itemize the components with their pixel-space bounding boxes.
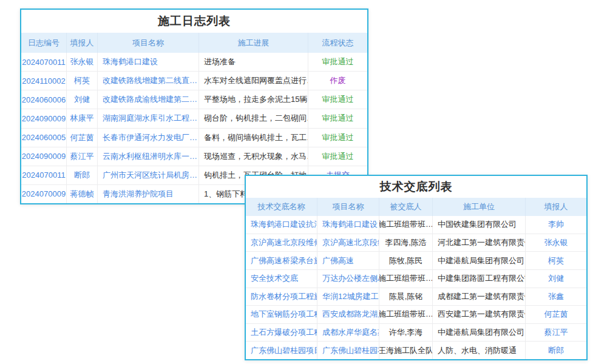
disclosure-company-text: 河北建工第一建筑有限责任公司 — [433, 234, 526, 252]
disclosure-name-link[interactable]: 珠海鹤港口建设抗浮… — [246, 216, 317, 234]
disclosure-name-link[interactable]: 地下室钢筋分项工程… — [246, 306, 317, 323]
log-project-link[interactable]: 广州市天河区统计局机房… — [98, 166, 199, 184]
table-row: 防水卷材分项工程施… 华润12城房建工… 陈晨,陈铭 成都建工第一建筑有限责任公… — [246, 288, 586, 306]
log-col-header-id: 日志编号 — [21, 33, 67, 53]
status-badge: 审批通过 — [308, 109, 367, 127]
disclosure-reporter-link[interactable]: 张鑫 — [526, 288, 586, 306]
log-reporter-link[interactable]: 断郎 — [67, 166, 98, 184]
log-col-header-reporter: 填报人 — [67, 33, 98, 53]
disclosure-project-link[interactable]: 西安成都路龙湖上… — [317, 306, 379, 323]
table-row: 2024070011 张永银 珠海鹤港口建设 进场准备 审批通过 — [21, 53, 367, 71]
disclosure-name-link[interactable]: 广佛高速桥梁承台施… — [246, 252, 317, 269]
table-row: 2024090009 蔡江平 云南水利枢纽潜明水库一… 现场巡查，无积水现象，水… — [21, 147, 367, 166]
log-progress-text: 现场巡查，无积水现象，水马… — [199, 147, 308, 166]
log-project-link[interactable]: 改建铁路线增建第二线直… — [98, 72, 199, 90]
log-progress-text: 砌台阶，钩机排土，二包砌间… — [199, 109, 308, 127]
log-progress-text: 平整场地，拉走多余泥土15辆… — [199, 90, 308, 109]
log-id-link[interactable]: 2024060005 — [21, 129, 67, 147]
log-reporter-link[interactable]: 刘健 — [67, 90, 98, 109]
disclosure-company-text: 人防、水电、消防暖通 — [433, 342, 526, 359]
log-project-link[interactable]: 湖南洞庭湖水库引水工程… — [98, 109, 199, 127]
log-col-header-project: 项目名称 — [98, 33, 199, 53]
disclosure-receiver-text: 许华,李海 — [379, 324, 433, 342]
log-progress-text: 备料，砌间墙钩机排土，瓦工… — [199, 129, 308, 147]
disclosure-company-text: 中建集团路面工程有限公司 — [433, 270, 526, 288]
table-row: 2024060006 刘健 改建铁路成渝线增建第二… 平整场地，拉走多余泥土15… — [21, 90, 367, 109]
status-badge: 审批通过 — [308, 129, 367, 147]
status-badge: 审批通过 — [308, 90, 367, 109]
disclosure-reporter-link[interactable]: 何芷茵 — [526, 306, 586, 323]
disclosure-name-link[interactable]: 京沪高速北京段维修… — [246, 234, 317, 252]
disclosure-col-header-name: 技术交底名称 — [246, 198, 317, 216]
disclosure-name-link[interactable]: 广东佛山碧桂园项目… — [246, 342, 317, 359]
disclosure-col-header-reporter: 填报人 — [526, 198, 586, 216]
log-progress-text: 水车对全线遮阳网覆盖点进行… — [199, 72, 308, 90]
log-id-link[interactable]: 2024070011 — [21, 53, 67, 71]
status-badge: 审批通过 — [308, 53, 367, 71]
disclosure-col-header-company: 施工单位 — [433, 198, 526, 216]
disclosure-reporter-link[interactable]: 断郎 — [526, 342, 586, 359]
log-id-link[interactable]: 2024090009 — [21, 109, 67, 127]
disclosure-receiver-text: 施工班组带班… — [379, 216, 433, 234]
disclosure-project-link[interactable]: 万达办公楼左侧A… — [317, 270, 379, 288]
log-col-header-progress: 施工进展 — [199, 33, 308, 53]
disclosure-table-header: 技术交底名称 项目名称 被交底人 施工单位 填报人 — [246, 198, 586, 216]
disclosure-table-body: 珠海鹤港口建设抗浮… 珠海鹤港口建设 施工班组带班… 中国铁建集团有限公司 李帅… — [246, 216, 586, 359]
disclosure-project-link[interactable]: 华润12城房建工… — [317, 288, 379, 306]
table-row: 珠海鹤港口建设抗浮… 珠海鹤港口建设 施工班组带班… 中国铁建集团有限公司 李帅 — [246, 216, 586, 234]
log-col-header-status: 流程状态 — [308, 33, 367, 53]
log-table-header: 日志编号 填报人 项目名称 施工进展 流程状态 — [21, 33, 367, 53]
disclosure-reporter-link[interactable]: 李帅 — [526, 216, 586, 234]
disclosure-reporter-link[interactable]: 刘健 — [526, 270, 586, 288]
log-reporter-link[interactable]: 何芷茵 — [67, 129, 98, 147]
technical-disclosure-title: 技术交底列表 — [246, 176, 586, 198]
log-id-link[interactable]: 2024060006 — [21, 90, 67, 109]
disclosure-receiver-text: 陈牧,陈民 — [379, 252, 433, 269]
table-row: 京沪高速北京段维修… 京沪高速北京段维修 李四海,陈浩 河北建工第一建筑有限责任… — [246, 234, 586, 252]
status-badge: 审批通过 — [308, 147, 367, 166]
log-reporter-link[interactable]: 林康平 — [67, 109, 98, 127]
log-project-link[interactable]: 长春市伊通河水力发电厂… — [98, 129, 199, 147]
table-row: 2024110002 柯英 改建铁路线增建第二线直… 水车对全线遮阳网覆盖点进行… — [21, 71, 367, 90]
log-project-link[interactable]: 云南水利枢纽潜明水库一… — [98, 147, 199, 166]
disclosure-company-text: 西安建工第一建筑有限责任公司 — [433, 306, 526, 323]
log-reporter-link[interactable]: 张永银 — [67, 53, 98, 71]
disclosure-project-link[interactable]: 广佛高速 — [317, 252, 379, 269]
disclosure-name-link[interactable]: 防水卷材分项工程施… — [246, 288, 317, 306]
disclosure-project-link[interactable]: 广东佛山碧桂园项目 — [317, 342, 379, 359]
disclosure-company-text: 中建港航局集团有限公司 — [433, 324, 526, 342]
disclosure-reporter-link[interactable]: 柯英 — [526, 252, 586, 269]
disclosure-company-text: 中建港航局集团有限公司 — [433, 252, 526, 269]
disclosure-name-link[interactable]: 土石方爆破分项工程… — [246, 324, 317, 342]
disclosure-reporter-link[interactable]: 蔡江平 — [526, 324, 586, 342]
table-row: 安全技术交底 万达办公楼左侧A… 施工班组带班… 中建集团路面工程有限公司 刘健 — [246, 269, 586, 288]
table-row: 2024090009 林康平 湖南洞庭湖水库引水工程… 砌台阶，钩机排土，二包砌… — [21, 109, 367, 127]
disclosure-receiver-text: 施工班组带班… — [379, 270, 433, 288]
disclosure-col-header-receiver: 被交底人 — [379, 198, 433, 216]
log-reporter-link[interactable]: 柯英 — [67, 72, 98, 90]
log-project-link[interactable]: 改建铁路成渝线增建第二… — [98, 90, 199, 109]
construction-log-title: 施工日志列表 — [21, 10, 367, 33]
log-reporter-link[interactable]: 蔡江平 — [67, 147, 98, 166]
log-project-link[interactable]: 珠海鹤港口建设 — [98, 53, 199, 71]
status-badge: 作废 — [308, 72, 367, 90]
log-id-link[interactable]: 2024070011 — [21, 166, 67, 184]
log-id-link[interactable]: 2024090009 — [21, 147, 67, 166]
disclosure-project-link[interactable]: 成都水岸华庭名苑… — [317, 324, 379, 342]
disclosure-receiver-text: 王海施工队全队 — [379, 342, 433, 359]
table-row: 广佛高速桥梁承台施… 广佛高速 陈牧,陈民 中建港航局集团有限公司 柯英 — [246, 251, 586, 269]
disclosure-name-link[interactable]: 安全技术交底 — [246, 270, 317, 288]
disclosure-project-link[interactable]: 珠海鹤港口建设 — [317, 216, 379, 234]
log-id-link[interactable]: 2024070009 — [21, 185, 67, 203]
disclosure-receiver-text: 施工班组带班… — [379, 306, 433, 323]
disclosure-company-text: 中国铁建集团有限公司 — [433, 216, 526, 234]
table-row: 地下室钢筋分项工程… 西安成都路龙湖上… 施工班组带班… 西安建工第一建筑有限责… — [246, 305, 586, 323]
disclosure-reporter-link[interactable]: 张永银 — [526, 234, 586, 252]
log-progress-text: 进场准备 — [199, 53, 308, 71]
disclosure-company-text: 成都建工第一建筑有限责任公司 — [433, 288, 526, 306]
disclosure-receiver-text: 陈晨,陈铭 — [379, 288, 433, 306]
disclosure-project-link[interactable]: 京沪高速北京段维修 — [317, 234, 379, 252]
log-id-link[interactable]: 2024110002 — [21, 72, 67, 90]
log-reporter-link[interactable]: 蒋德帧 — [67, 185, 98, 203]
log-project-link[interactable]: 青海洪湖养护院项目 — [98, 185, 199, 203]
